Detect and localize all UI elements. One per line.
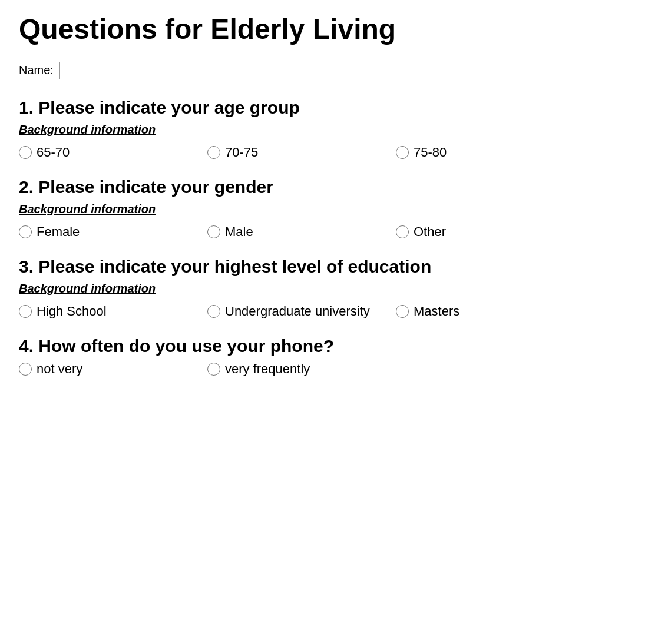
name-label: Name: (19, 64, 54, 77)
radio-2-3[interactable] (396, 225, 409, 238)
page-title: Questions for Elderly Living (19, 14, 649, 45)
option-item-1-3: 75-80 (396, 145, 584, 160)
name-input[interactable] (59, 62, 342, 79)
background-label-1: Background information (19, 123, 649, 137)
options-row-4: not veryvery frequently (19, 361, 649, 377)
radio-4-1[interactable] (19, 363, 32, 376)
name-row: Name: (19, 62, 649, 79)
option-label-1-2: 70-75 (225, 145, 258, 160)
question-title-4: 4. How often do you use your phone? (19, 336, 649, 357)
option-label-2-3: Other (414, 224, 446, 240)
option-item-2-2: Male (207, 224, 396, 240)
question-title-2: 2. Please indicate your gender (19, 177, 649, 198)
option-item-2-1: Female (19, 224, 207, 240)
radio-2-2[interactable] (207, 225, 220, 238)
option-item-3-2: Undergraduate university (207, 304, 396, 319)
radio-3-1[interactable] (19, 305, 32, 318)
option-item-3-3: Masters (396, 304, 584, 319)
option-item-3-1: High School (19, 304, 207, 319)
option-label-3-3: Masters (414, 304, 459, 319)
option-item-1-2: 70-75 (207, 145, 396, 160)
option-label-1-1: 65-70 (37, 145, 70, 160)
options-row-3: High SchoolUndergraduate universityMaste… (19, 304, 649, 319)
question-section-2: 2. Please indicate your genderBackground… (19, 177, 649, 240)
question-title-1: 1. Please indicate your age group (19, 97, 649, 118)
questions-container: 1. Please indicate your age groupBackgro… (19, 97, 649, 377)
option-item-1-1: 65-70 (19, 145, 207, 160)
option-item-4-2: very frequently (207, 361, 396, 377)
radio-1-1[interactable] (19, 146, 32, 159)
option-label-3-2: Undergraduate university (225, 304, 370, 319)
option-item-2-3: Other (396, 224, 584, 240)
options-row-2: FemaleMaleOther (19, 224, 649, 240)
radio-2-1[interactable] (19, 225, 32, 238)
background-label-3: Background information (19, 282, 649, 296)
option-item-4-1: not very (19, 361, 207, 377)
option-label-4-1: not very (37, 361, 82, 377)
question-title-3: 3. Please indicate your highest level of… (19, 256, 649, 277)
radio-3-2[interactable] (207, 305, 220, 318)
options-row-1: 65-7070-7575-80 (19, 145, 649, 160)
radio-1-3[interactable] (396, 146, 409, 159)
option-label-4-2: very frequently (225, 361, 310, 377)
background-label-2: Background information (19, 203, 649, 216)
radio-4-2[interactable] (207, 363, 220, 376)
question-section-3: 3. Please indicate your highest level of… (19, 256, 649, 319)
radio-3-3[interactable] (396, 305, 409, 318)
question-section-1: 1. Please indicate your age groupBackgro… (19, 97, 649, 160)
question-section-4: 4. How often do you use your phone?not v… (19, 336, 649, 377)
radio-1-2[interactable] (207, 146, 220, 159)
option-label-1-3: 75-80 (414, 145, 447, 160)
option-label-3-1: High School (37, 304, 107, 319)
option-label-2-2: Male (225, 224, 253, 240)
option-label-2-1: Female (37, 224, 80, 240)
